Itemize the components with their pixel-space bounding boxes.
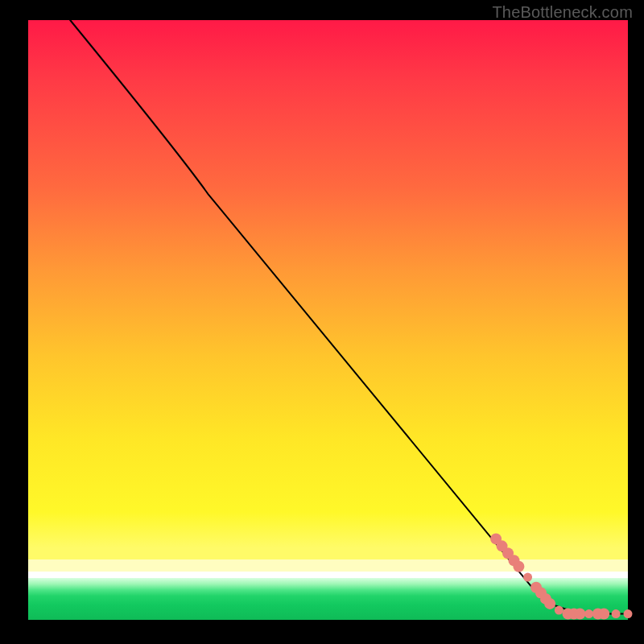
- plot-area: [28, 20, 628, 620]
- data-point: [584, 609, 593, 618]
- bottleneck-curve: [70, 20, 628, 614]
- data-point: [555, 606, 564, 615]
- data-point: [513, 561, 524, 572]
- data-point: [624, 609, 633, 618]
- highlighted-points: [490, 533, 632, 619]
- data-point: [574, 609, 585, 620]
- watermark-label: TheBottleneck.com: [492, 3, 633, 22]
- data-point: [598, 609, 609, 620]
- data-point: [612, 609, 621, 618]
- curve-layer: [28, 20, 628, 620]
- data-point: [523, 573, 532, 582]
- chart-frame: TheBottleneck.com: [0, 0, 644, 644]
- data-point: [544, 598, 555, 609]
